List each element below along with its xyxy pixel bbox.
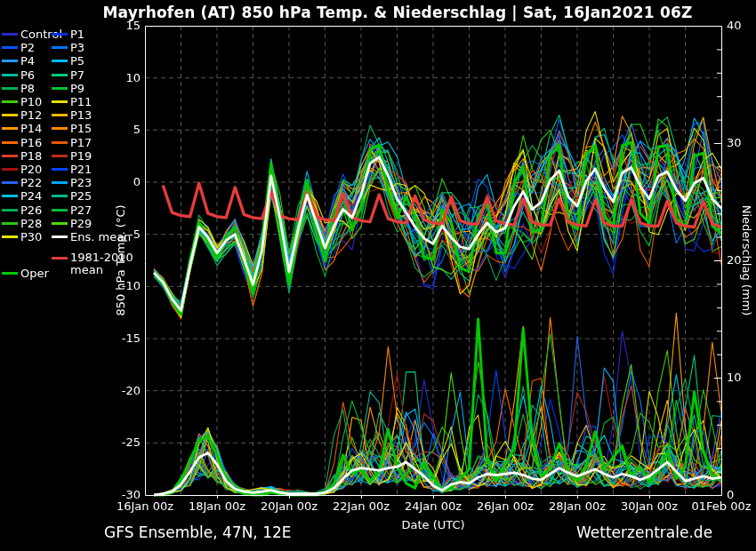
legend-label: P18	[20, 149, 42, 163]
legend-swatch	[2, 236, 18, 238]
legend-swatch	[2, 87, 18, 90]
legend-swatch	[2, 127, 18, 130]
legend-item-ens-mean: Ens. mean	[52, 230, 157, 244]
legend-label: P4	[20, 54, 35, 68]
temp-tick-label: -20	[105, 384, 141, 397]
temp-tick-label: -25	[105, 435, 141, 449]
legend-swatch	[2, 181, 18, 184]
legend-swatch	[2, 209, 18, 212]
date-tick-label: 16Jan 00z	[109, 499, 181, 513]
legend-label: Oper	[20, 267, 49, 280]
legend-swatch	[52, 127, 68, 130]
chart-title: Mayrhofen (AT) 850 hPa Temp. & Niedersch…	[39, 4, 756, 21]
date-tick-label: 30Jan 00z	[614, 499, 685, 513]
legend-label: P28	[20, 217, 42, 230]
legend-label: P27	[70, 204, 92, 217]
legend-item-p17: P17	[52, 136, 157, 149]
legend-item-p9: P9	[52, 82, 157, 95]
legend-swatch	[52, 100, 68, 103]
date-tick-label: 01Feb 00z	[686, 499, 756, 513]
date-tick-label: 28Jan 00z	[542, 499, 613, 513]
legend-label: P20	[20, 163, 42, 176]
legend-label: P6	[20, 68, 35, 82]
temp-tick-label: 15	[105, 19, 141, 32]
legend-label: P11	[70, 95, 92, 108]
footer-model-info: GFS Ensemble, 47N, 12E	[104, 523, 292, 541]
legend-swatch	[52, 257, 68, 260]
legend-item-p3: P3	[52, 41, 157, 54]
temp-tick-label: 0	[105, 175, 141, 188]
legend-swatch	[2, 155, 18, 157]
precip-tick-label: 40	[727, 19, 756, 32]
date-tick-label: 20Jan 00z	[253, 499, 325, 513]
legend-swatch	[2, 74, 18, 76]
legend-label: P29	[70, 217, 92, 230]
legend-item-p13: P13	[52, 108, 157, 122]
legend-label: P26	[20, 204, 42, 217]
legend-label: P14	[20, 122, 42, 135]
legend-swatch	[2, 33, 18, 36]
legend-swatch	[2, 141, 18, 144]
legend-label: P16	[20, 136, 42, 149]
date-tick-label: 24Jan 00z	[398, 499, 469, 513]
legend-label: P12	[20, 108, 42, 122]
legend-label: P19	[70, 149, 92, 163]
legend-label: P25	[70, 189, 92, 203]
legend-item-p15: P15	[52, 122, 157, 135]
legend-label: P10	[20, 95, 42, 108]
temp-axis-label: 850 hPa Temp. (°C)	[114, 204, 127, 315]
legend-item-p25: P25	[52, 189, 157, 203]
legend-swatch	[52, 74, 68, 76]
legend-swatch	[2, 100, 18, 103]
legend-label: P7	[70, 68, 84, 82]
date-tick-label: 18Jan 00z	[181, 499, 253, 513]
legend-item-p23: P23	[52, 176, 157, 189]
footer-site: Wetterzentrale.de	[576, 523, 712, 541]
legend-label: P15	[70, 122, 92, 135]
legend-label: P8	[20, 82, 35, 95]
legend-item-p11: P11	[52, 95, 157, 108]
legend-label: P9	[70, 82, 84, 95]
legend-item-p19: P19	[52, 149, 157, 163]
temp-tick-label: 5	[105, 123, 141, 136]
legend-swatch	[52, 236, 68, 238]
legend-label: P24	[20, 189, 42, 203]
legend-swatch	[52, 60, 68, 62]
legend-swatch	[2, 195, 18, 197]
legend-label: P3	[70, 41, 84, 54]
legend-swatch	[2, 114, 18, 116]
precip-tick-label: 30	[727, 136, 756, 149]
date-tick-label: 26Jan 00z	[470, 499, 541, 513]
legend-swatch	[52, 114, 68, 116]
legend-item-p27: P27	[52, 203, 157, 216]
legend-item-p21: P21	[52, 163, 157, 176]
legend-swatch	[52, 181, 68, 184]
legend-swatch	[2, 272, 18, 275]
legend-item-p7: P7	[52, 68, 157, 82]
legend-swatch	[52, 195, 68, 197]
legend-swatch	[52, 209, 68, 212]
meteogram: Mayrhofen (AT) 850 hPa Temp. & Niedersch…	[0, 0, 756, 551]
legend-label: P30	[20, 230, 42, 244]
legend-swatch	[2, 168, 18, 171]
precip-tick-label: 10	[727, 371, 756, 384]
precip-axis-label: Niederschlag (mm)	[740, 205, 753, 316]
legend-swatch	[52, 33, 68, 36]
date-axis-label: Date (UTC)	[401, 518, 464, 531]
legend-label: P13	[70, 108, 92, 122]
legend-label: P17	[70, 136, 92, 149]
legend-label: P2	[20, 41, 35, 54]
legend-label: P23	[70, 176, 92, 189]
legend-swatch	[52, 46, 68, 49]
legend-label: P22	[20, 176, 42, 189]
legend-item-p1: P1	[52, 28, 157, 41]
legend-swatch	[52, 87, 68, 90]
legend-swatch	[52, 168, 68, 171]
legend-item-p5: P5	[52, 54, 157, 68]
legend-swatch	[2, 222, 18, 225]
temp-tick-label: 10	[105, 71, 141, 84]
legend-label: P21	[70, 163, 92, 176]
date-tick-label: 22Jan 00z	[326, 499, 397, 513]
temp-tick-label: -15	[105, 331, 141, 345]
legend-swatch	[52, 141, 68, 144]
